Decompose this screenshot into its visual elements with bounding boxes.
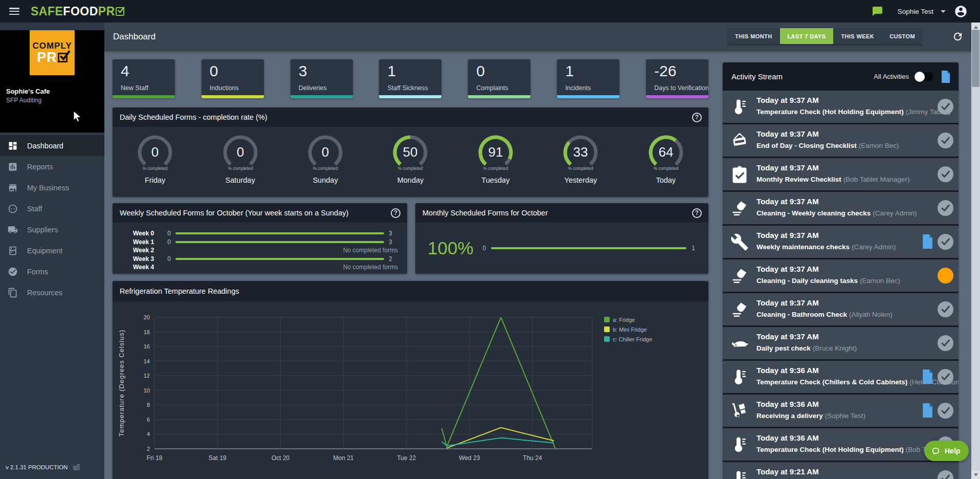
range-end: 3	[389, 230, 398, 237]
stat-card-days-to-verification[interactable]: -26Days to Verification	[646, 59, 708, 98]
sidebar-item-equipment[interactable]: Equipment	[0, 240, 104, 261]
status-complete-icon[interactable]	[938, 301, 953, 317]
org-logo-checkbox-icon	[58, 53, 68, 62]
activity-item[interactable]: Today at 9:37 AMCleaning - Bathroom Chec…	[723, 293, 959, 325]
activity-item[interactable]: Today at 9:37 AMDaily pest check(Bruce K…	[723, 327, 959, 359]
stat-value: 4	[121, 62, 175, 80]
status-complete-icon[interactable]	[938, 403, 953, 419]
stat-card-staff-sickness[interactable]: 1Staff Sickness	[379, 59, 441, 98]
stat-card-complaints[interactable]: 0Complaints	[468, 59, 530, 98]
activity-title: Receiving a delivery	[756, 412, 823, 420]
stat-card-inductions[interactable]: 0Inductions	[202, 59, 264, 98]
filter-custom[interactable]: CUSTOM	[882, 28, 923, 44]
weekly-bars: Week 003Week 103Week 2No completed forms…	[113, 223, 407, 272]
status-complete-icon[interactable]	[938, 369, 953, 385]
copy-icon	[8, 288, 18, 298]
gauge-day-label: Yesterday	[538, 176, 623, 184]
filter-this-month[interactable]: THIS MONTH	[727, 28, 779, 44]
svg-text:% completed: % completed	[398, 166, 423, 171]
activity-item[interactable]: Today at 9:37 AMCleaning - Daily cleanin…	[723, 259, 959, 292]
weekly-row-0: Week 003	[113, 229, 398, 238]
scrollbar-thumb[interactable]	[972, 30, 979, 87]
status-complete-icon[interactable]	[938, 166, 953, 182]
activity-time: Today at 9:21 AM	[756, 467, 819, 476]
gauge-friday: 0% completedFriday	[113, 127, 197, 184]
no-forms-label: No completed forms	[159, 247, 398, 254]
status-pending-icon[interactable]	[938, 268, 953, 284]
stat-value: 1	[387, 62, 441, 80]
activity-item[interactable]: Today at 9:36 AMTemperature Check (Chill…	[723, 361, 959, 393]
activity-item[interactable]: Today at 9:37 AMTemperature Check (Hot H…	[723, 91, 959, 123]
document-icon[interactable]	[922, 369, 933, 384]
status-complete-icon[interactable]	[938, 234, 953, 250]
all-activities-toggle[interactable]	[915, 72, 933, 81]
weekly-row-1: Week 103	[113, 238, 398, 247]
activity-item[interactable]: Today at 9:37 AMWeekly maintenance check…	[723, 226, 959, 258]
svg-text:50: 50	[403, 144, 418, 160]
activity-item[interactable]: Today at 9:36 AMReceiving a delivery(Sop…	[723, 395, 959, 427]
activity-item[interactable]: Today at 9:37 AMCleaning - Weekly cleani…	[723, 192, 959, 224]
avatar[interactable]	[954, 5, 968, 18]
sidebar-item-dashboard[interactable]: Dashboard	[0, 135, 104, 156]
wrench-icon	[730, 233, 749, 251]
status-complete-icon[interactable]	[938, 200, 953, 216]
monthly-percent: 100%	[428, 238, 474, 258]
dashboard-icon	[8, 141, 18, 151]
activity-person: (Bruce Knight)	[813, 344, 857, 352]
menu-icon[interactable]	[9, 8, 19, 15]
sidebar-item-forms[interactable]: Forms	[0, 261, 104, 282]
no-forms-label: No completed forms	[159, 264, 398, 271]
sidebar-item-my-business[interactable]: My Business	[0, 177, 104, 198]
status-complete-icon[interactable]	[938, 99, 953, 115]
status-complete-icon[interactable]	[938, 470, 953, 479]
sidebar-item-suppliers[interactable]: Suppliers	[0, 219, 104, 240]
help-icon[interactable]: ?	[692, 113, 702, 122]
mouse-cursor	[73, 111, 82, 123]
activity-person: (Sophie Test)	[825, 412, 865, 420]
org-subtitle: SFP Auditing	[6, 97, 104, 104]
activity-time: Today at 9:36 AM	[756, 366, 819, 375]
activity-item[interactable]: Today at 9:36 AMTemperature Check (Hot H…	[723, 428, 959, 461]
thermometer-icon	[730, 98, 749, 116]
stat-value: -26	[654, 62, 708, 80]
status-complete-icon[interactable]	[938, 335, 953, 351]
help-button[interactable]: Help	[924, 441, 969, 461]
chevron-down-icon[interactable]	[941, 10, 946, 13]
filter-last-7-days[interactable]: LAST 7 DAYS	[780, 28, 834, 44]
status-complete-icon[interactable]	[938, 133, 953, 148]
help-icon[interactable]: ?	[391, 208, 400, 218]
filter-this-week[interactable]: THIS WEEK	[833, 28, 882, 44]
document-icon[interactable]	[922, 234, 933, 249]
help-icon[interactable]: ?	[692, 208, 702, 218]
svg-text:10: 10	[144, 387, 150, 394]
activity-item[interactable]: Today at 9:37 AMEnd of Day - Closing Che…	[723, 124, 959, 157]
scroll-down-icon[interactable]	[971, 470, 980, 479]
document-icon[interactable]	[922, 403, 933, 418]
stat-card-incidents[interactable]: 1Incidents	[557, 59, 619, 98]
temperature-line-chart: 2468101214161820Fri 18Sat 19Oct 20Mon 21…	[113, 301, 708, 479]
activity-title: Weekly maintenance checks	[756, 243, 850, 251]
top-bar: SAFEFOODPR Sophie Test	[0, 0, 980, 23]
activity-time: Today at 9:36 AM	[756, 400, 819, 408]
activity-time: Today at 9:37 AM	[756, 298, 819, 307]
stat-card-deliveries[interactable]: 3Deliveries	[291, 59, 353, 98]
activity-item[interactable]: Today at 9:21 AMTemperature Check (Hot H…	[723, 462, 959, 479]
activity-title: Temperature Check (Chillers & Cold Cabin…	[756, 378, 907, 386]
week-label: Week 0	[133, 230, 159, 237]
user-name[interactable]: Sophie Test	[898, 8, 933, 15]
activity-item[interactable]: Today at 9:37 AMMonthly Review Checklist…	[723, 158, 959, 190]
gauge-monday: 50% completedMonday	[368, 127, 453, 184]
sidebar-item-staff[interactable]: Staff	[0, 198, 104, 219]
activity-time: Today at 9:37 AM	[756, 231, 819, 239]
sidebar-item-reports[interactable]: Reports	[0, 156, 104, 177]
page-scrollbar[interactable]	[971, 23, 980, 479]
document-icon[interactable]	[941, 71, 951, 83]
chat-icon[interactable]	[871, 5, 883, 17]
stat-color-bar	[291, 95, 353, 98]
stat-card-row: 4New Staff0Inductions3Deliveries1Staff S…	[113, 59, 708, 98]
sidebar-item-resources[interactable]: Resources	[0, 282, 104, 303]
activity-title: Temperature Check (Hot Holding Equipment…	[756, 108, 904, 116]
stat-card-new-staff[interactable]: 4New Staff	[113, 59, 175, 98]
refresh-icon[interactable]	[952, 31, 964, 42]
svg-text:0: 0	[236, 144, 243, 160]
